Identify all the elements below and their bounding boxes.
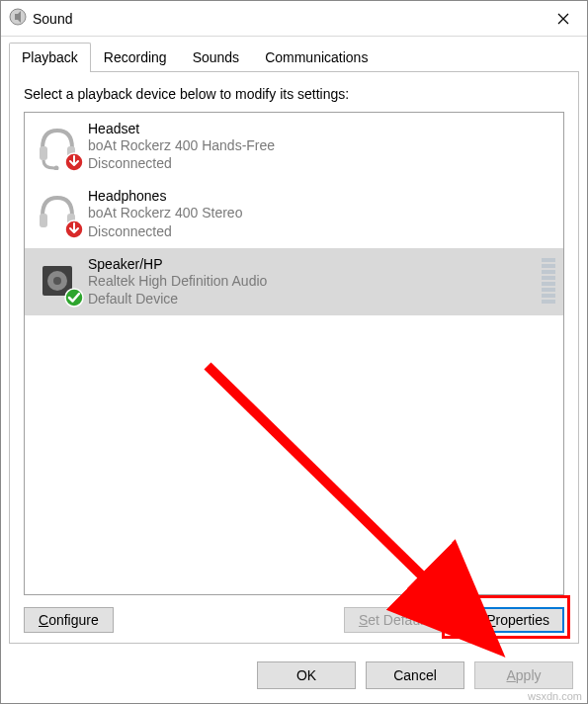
set-default-button[interactable]: Set Default <box>344 607 442 633</box>
device-desc: boAt Rockerz 400 Stereo <box>88 204 242 221</box>
cancel-button[interactable]: Cancel <box>366 661 464 689</box>
dialog-buttons: OK Cancel Apply <box>1 652 587 703</box>
device-name: Speaker/HP <box>88 256 267 272</box>
properties-button[interactable]: Properties <box>471 607 564 633</box>
playback-panel: Select a playback device below to modify… <box>9 71 579 644</box>
device-desc: boAt Rockerz 400 Hands-Free <box>88 136 275 154</box>
device-status: Default Device <box>88 290 267 308</box>
configure-button[interactable]: Configure <box>24 607 114 633</box>
device-text: Headset boAt Rockerz 400 Hands-Free Disc… <box>88 121 275 172</box>
set-default-split: Set Default <box>344 607 463 633</box>
sound-icon <box>9 8 27 30</box>
device-desc: Realtek High Definition Audio <box>88 272 267 290</box>
apply-button[interactable]: Apply <box>474 661 573 689</box>
device-text: Speaker/HP Realtek High Definition Audio… <box>88 256 267 308</box>
device-name: Headphones <box>88 188 242 204</box>
device-text: Headphones boAt Rockerz 400 Stereo Disco… <box>88 188 242 239</box>
tab-communications[interactable]: Communications <box>252 43 380 71</box>
svg-rect-1 <box>40 146 47 160</box>
window-title: Sound <box>33 11 540 27</box>
close-button[interactable] <box>540 1 587 37</box>
device-row[interactable]: Headset boAt Rockerz 400 Hands-Free Disc… <box>25 113 563 180</box>
tab-sounds[interactable]: Sounds <box>180 43 252 71</box>
panel-buttons: Configure Set Default Properties <box>24 607 564 633</box>
device-list[interactable]: Headset boAt Rockerz 400 Hands-Free Disc… <box>24 112 564 595</box>
headphones-icon <box>33 188 82 237</box>
device-row[interactable]: Speaker/HP Realtek High Definition Audio… <box>25 248 563 315</box>
device-name: Headset <box>88 121 275 136</box>
titlebar: Sound <box>1 1 587 37</box>
tab-playback[interactable]: Playback <box>9 43 91 71</box>
sound-window: Sound Playback Recording Sounds Communic… <box>0 0 588 704</box>
svg-rect-5 <box>40 214 47 227</box>
speaker-icon <box>33 256 82 306</box>
ok-button[interactable]: OK <box>257 661 356 689</box>
panel-info: Select a playback device below to modify… <box>24 86 564 102</box>
tabstrip: Playback Recording Sounds Communications <box>9 43 579 71</box>
device-status: Disconnected <box>88 222 242 240</box>
svg-point-10 <box>53 277 61 285</box>
svg-point-3 <box>54 166 59 171</box>
tab-recording[interactable]: Recording <box>91 43 180 71</box>
headset-icon <box>33 121 82 170</box>
level-meter <box>542 256 555 304</box>
watermark: wsxdn.com <box>528 690 582 702</box>
set-default-dropdown[interactable] <box>442 607 463 633</box>
device-row[interactable]: Headphones boAt Rockerz 400 Stereo Disco… <box>25 180 563 247</box>
device-status: Disconnected <box>88 154 275 172</box>
